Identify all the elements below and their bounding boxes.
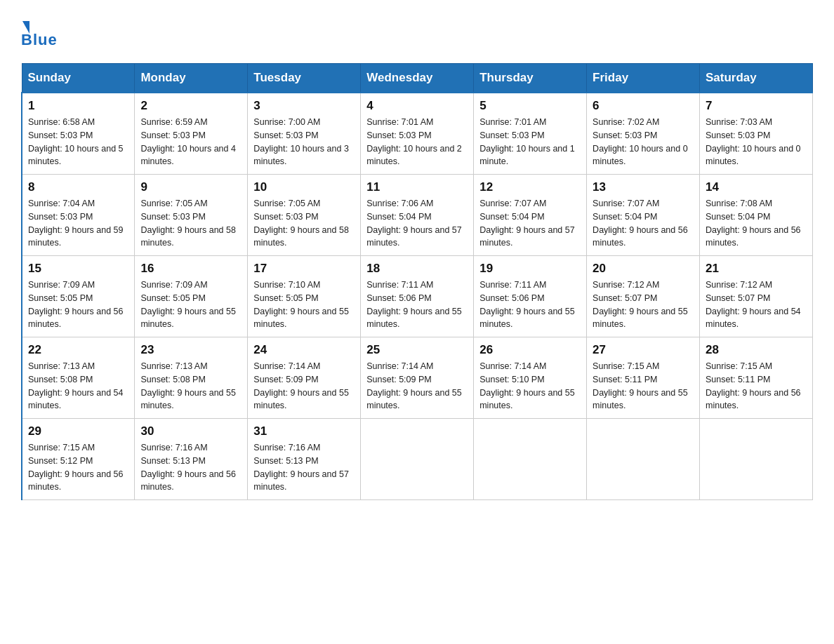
day-number: 7: [706, 99, 807, 113]
calendar-day-cell: 29 Sunrise: 7:15 AMSunset: 5:12 PMDaylig…: [22, 419, 135, 500]
day-of-week-header: Tuesday: [248, 64, 361, 93]
day-info: Sunrise: 7:09 AMSunset: 5:05 PMDaylight:…: [140, 279, 241, 331]
day-number: 10: [253, 180, 355, 194]
day-number: 26: [479, 343, 581, 357]
calendar-day-cell: 17 Sunrise: 7:10 AMSunset: 5:05 PMDaylig…: [248, 256, 361, 337]
calendar-day-cell: 24 Sunrise: 7:14 AMSunset: 5:09 PMDaylig…: [248, 337, 361, 419]
day-number: 2: [140, 99, 241, 113]
day-info: Sunrise: 7:13 AMSunset: 5:08 PMDaylight:…: [28, 360, 128, 412]
day-number: 9: [140, 180, 241, 194]
day-info: Sunrise: 7:04 AMSunset: 5:03 PMDaylight:…: [28, 197, 128, 250]
day-number: 22: [28, 343, 128, 357]
day-number: 17: [253, 262, 355, 276]
day-number: 6: [593, 99, 694, 113]
day-info: Sunrise: 7:15 AMSunset: 5:12 PMDaylight:…: [28, 441, 128, 494]
day-info: Sunrise: 7:06 AMSunset: 5:04 PMDaylight:…: [366, 197, 468, 250]
day-of-week-header: Wednesday: [361, 64, 474, 93]
calendar-day-cell: 4 Sunrise: 7:01 AMSunset: 5:03 PMDayligh…: [361, 93, 474, 175]
calendar-week-row: 29 Sunrise: 7:15 AMSunset: 5:12 PMDaylig…: [22, 419, 813, 500]
day-info: Sunrise: 7:03 AMSunset: 5:03 PMDaylight:…: [706, 116, 807, 168]
day-number: 16: [140, 262, 241, 276]
day-info: Sunrise: 6:59 AMSunset: 5:03 PMDaylight:…: [140, 116, 241, 168]
calendar-day-cell: [361, 419, 474, 500]
day-number: 31: [253, 424, 355, 438]
calendar-day-cell: 12 Sunrise: 7:07 AMSunset: 5:04 PMDaylig…: [474, 175, 587, 256]
day-info: Sunrise: 7:01 AMSunset: 5:03 PMDaylight:…: [479, 116, 581, 168]
day-info: Sunrise: 7:10 AMSunset: 5:05 PMDaylight:…: [253, 279, 355, 331]
calendar-day-cell: 6 Sunrise: 7:02 AMSunset: 5:03 PMDayligh…: [587, 93, 700, 175]
day-number: 8: [28, 180, 128, 194]
day-number: 18: [366, 262, 468, 276]
calendar-day-cell: 1 Sunrise: 6:58 AMSunset: 5:03 PMDayligh…: [22, 93, 135, 175]
day-of-week-header: Saturday: [700, 64, 813, 93]
calendar-week-row: 22 Sunrise: 7:13 AMSunset: 5:08 PMDaylig…: [22, 337, 813, 419]
day-info: Sunrise: 7:05 AMSunset: 5:03 PMDaylight:…: [140, 197, 241, 250]
calendar-day-cell: 2 Sunrise: 6:59 AMSunset: 5:03 PMDayligh…: [135, 93, 248, 175]
day-info: Sunrise: 7:14 AMSunset: 5:09 PMDaylight:…: [366, 360, 468, 412]
day-info: Sunrise: 7:09 AMSunset: 5:05 PMDaylight:…: [28, 279, 128, 331]
day-info: Sunrise: 7:05 AMSunset: 5:03 PMDaylight:…: [253, 197, 355, 250]
logo: Blue: [21, 21, 58, 49]
day-number: 23: [140, 343, 241, 357]
day-info: Sunrise: 7:16 AMSunset: 5:13 PMDaylight:…: [253, 441, 355, 494]
day-info: Sunrise: 7:07 AMSunset: 5:04 PMDaylight:…: [479, 197, 581, 250]
day-number: 27: [593, 343, 694, 357]
calendar-day-cell: 25 Sunrise: 7:14 AMSunset: 5:09 PMDaylig…: [361, 337, 474, 419]
calendar-day-cell: 19 Sunrise: 7:11 AMSunset: 5:06 PMDaylig…: [474, 256, 587, 337]
day-info: Sunrise: 7:16 AMSunset: 5:13 PMDaylight:…: [140, 441, 241, 494]
calendar-day-cell: 7 Sunrise: 7:03 AMSunset: 5:03 PMDayligh…: [700, 93, 813, 175]
calendar-day-cell: 13 Sunrise: 7:07 AMSunset: 5:04 PMDaylig…: [587, 175, 700, 256]
calendar-day-cell: [587, 419, 700, 500]
day-of-week-header: Friday: [587, 64, 700, 93]
calendar-day-cell: 5 Sunrise: 7:01 AMSunset: 5:03 PMDayligh…: [474, 93, 587, 175]
day-info: Sunrise: 6:58 AMSunset: 5:03 PMDaylight:…: [28, 116, 128, 168]
calendar-day-cell: [700, 419, 813, 500]
calendar-day-cell: 3 Sunrise: 7:00 AMSunset: 5:03 PMDayligh…: [248, 93, 361, 175]
day-of-week-header: Sunday: [22, 64, 135, 93]
calendar-day-cell: 31 Sunrise: 7:16 AMSunset: 5:13 PMDaylig…: [248, 419, 361, 500]
day-info: Sunrise: 7:01 AMSunset: 5:03 PMDaylight:…: [366, 116, 468, 168]
logo-underline: Blue: [21, 31, 58, 49]
calendar-day-cell: 9 Sunrise: 7:05 AMSunset: 5:03 PMDayligh…: [135, 175, 248, 256]
day-number: 1: [28, 99, 128, 113]
calendar-week-row: 1 Sunrise: 6:58 AMSunset: 5:03 PMDayligh…: [22, 93, 813, 175]
day-number: 29: [28, 424, 128, 438]
calendar-week-row: 15 Sunrise: 7:09 AMSunset: 5:05 PMDaylig…: [22, 256, 813, 337]
day-info: Sunrise: 7:08 AMSunset: 5:04 PMDaylight:…: [706, 197, 807, 250]
day-number: 21: [706, 262, 807, 276]
day-info: Sunrise: 7:02 AMSunset: 5:03 PMDaylight:…: [593, 116, 694, 168]
day-number: 3: [253, 99, 355, 113]
calendar-day-cell: 15 Sunrise: 7:09 AMSunset: 5:05 PMDaylig…: [22, 256, 135, 337]
day-info: Sunrise: 7:13 AMSunset: 5:08 PMDaylight:…: [140, 360, 241, 412]
calendar-day-cell: 22 Sunrise: 7:13 AMSunset: 5:08 PMDaylig…: [22, 337, 135, 419]
calendar-day-cell: 27 Sunrise: 7:15 AMSunset: 5:11 PMDaylig…: [587, 337, 700, 419]
calendar-header-row: SundayMondayTuesdayWednesdayThursdayFrid…: [22, 64, 813, 93]
day-info: Sunrise: 7:15 AMSunset: 5:11 PMDaylight:…: [706, 360, 807, 412]
day-info: Sunrise: 7:11 AMSunset: 5:06 PMDaylight:…: [479, 279, 581, 331]
day-info: Sunrise: 7:12 AMSunset: 5:07 PMDaylight:…: [593, 279, 694, 331]
calendar-day-cell: 21 Sunrise: 7:12 AMSunset: 5:07 PMDaylig…: [700, 256, 813, 337]
day-info: Sunrise: 7:00 AMSunset: 5:03 PMDaylight:…: [253, 116, 355, 168]
day-number: 25: [366, 343, 468, 357]
day-number: 4: [366, 99, 468, 113]
day-info: Sunrise: 7:14 AMSunset: 5:10 PMDaylight:…: [479, 360, 581, 412]
calendar-day-cell: 11 Sunrise: 7:06 AMSunset: 5:04 PMDaylig…: [361, 175, 474, 256]
calendar-day-cell: 20 Sunrise: 7:12 AMSunset: 5:07 PMDaylig…: [587, 256, 700, 337]
day-number: 30: [140, 424, 241, 438]
calendar-day-cell: [474, 419, 587, 500]
day-info: Sunrise: 7:11 AMSunset: 5:06 PMDaylight:…: [366, 279, 468, 331]
day-number: 14: [706, 180, 807, 194]
day-info: Sunrise: 7:07 AMSunset: 5:04 PMDaylight:…: [593, 197, 694, 250]
calendar-day-cell: 16 Sunrise: 7:09 AMSunset: 5:05 PMDaylig…: [135, 256, 248, 337]
calendar-day-cell: 23 Sunrise: 7:13 AMSunset: 5:08 PMDaylig…: [135, 337, 248, 419]
calendar-day-cell: 26 Sunrise: 7:14 AMSunset: 5:10 PMDaylig…: [474, 337, 587, 419]
calendar-day-cell: 8 Sunrise: 7:04 AMSunset: 5:03 PMDayligh…: [22, 175, 135, 256]
day-number: 28: [706, 343, 807, 357]
calendar-day-cell: 14 Sunrise: 7:08 AMSunset: 5:04 PMDaylig…: [700, 175, 813, 256]
day-number: 5: [479, 99, 581, 113]
calendar-day-cell: 10 Sunrise: 7:05 AMSunset: 5:03 PMDaylig…: [248, 175, 361, 256]
calendar-day-cell: 18 Sunrise: 7:11 AMSunset: 5:06 PMDaylig…: [361, 256, 474, 337]
calendar-day-cell: 30 Sunrise: 7:16 AMSunset: 5:13 PMDaylig…: [135, 419, 248, 500]
day-number: 15: [28, 262, 128, 276]
day-info: Sunrise: 7:12 AMSunset: 5:07 PMDaylight:…: [706, 279, 807, 331]
